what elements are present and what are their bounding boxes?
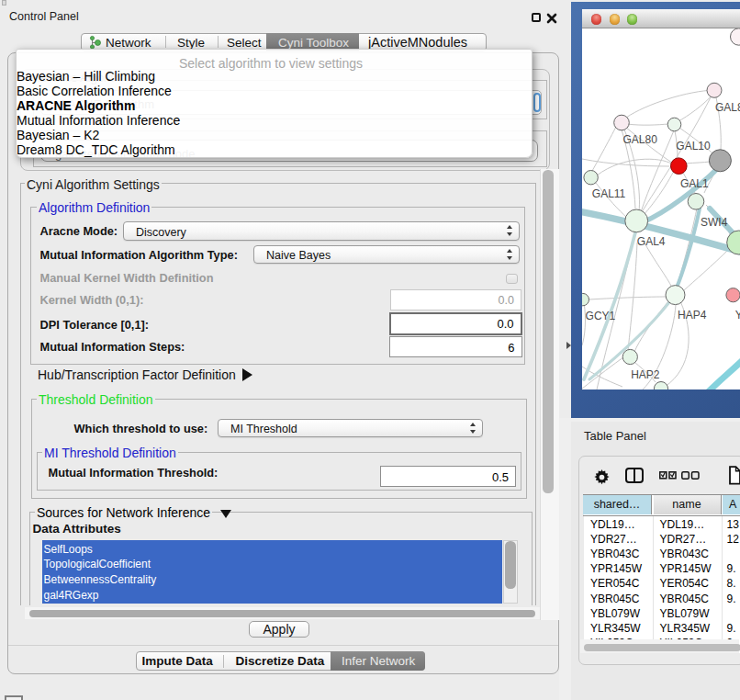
svg-text:GAL11: GAL11	[592, 187, 626, 200]
svg-text:GAL80: GAL80	[623, 133, 658, 146]
svg-text:GAL8: GAL8	[715, 101, 740, 114]
svg-text:GAL4: GAL4	[637, 235, 666, 248]
svg-text:GAL10: GAL10	[676, 140, 711, 152]
svg-text:GAL1: GAL1	[680, 177, 709, 190]
svg-text:SWI4: SWI4	[701, 216, 728, 229]
svg-text:HAP4: HAP4	[678, 309, 707, 322]
svg-text:HAP2: HAP2	[631, 368, 660, 381]
svg-text:GCY1: GCY1	[586, 310, 616, 322]
svg-text:Y: Y	[735, 309, 740, 322]
